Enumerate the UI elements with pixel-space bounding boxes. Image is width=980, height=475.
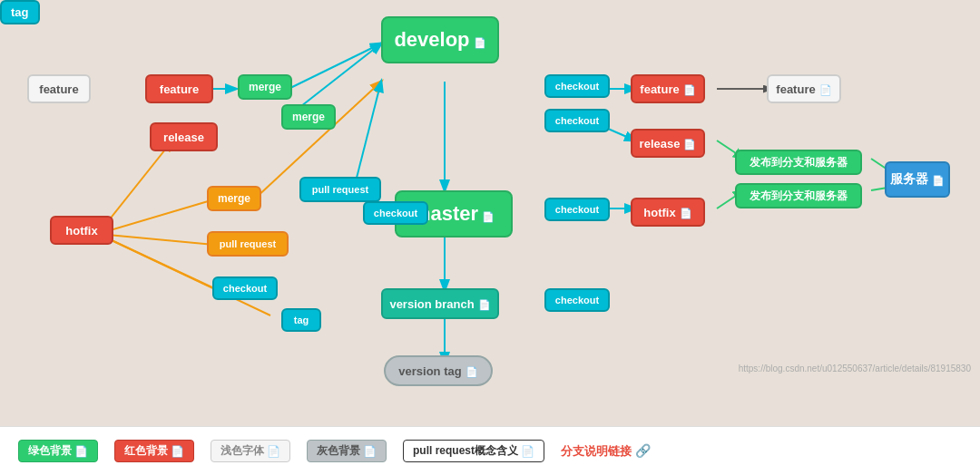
legend-red-label: 红色背景 [124, 443, 168, 459]
legend-link[interactable]: 分支说明链接 🔗 [561, 443, 651, 460]
merge2-label: merge [292, 111, 325, 123]
legend-green: 绿色背景 📄 [18, 440, 98, 462]
legend-gray-box: 灰色背景 📄 [307, 440, 387, 462]
server-doc-icon [928, 172, 945, 187]
feature-right-label: feature [640, 82, 679, 96]
legend-light: 浅色字体 📄 [211, 440, 290, 462]
version-branch-doc-icon [475, 297, 491, 311]
svg-line-2 [98, 234, 214, 245]
master-doc-icon [478, 202, 495, 226]
legend-outline-icon: 📄 [521, 445, 534, 458]
version-tag-label: version tag [398, 364, 461, 378]
legend-gray-label: 灰色背景 [317, 443, 360, 459]
merge2-node: merge [281, 104, 336, 130]
svg-line-1 [98, 199, 214, 234]
publish2-label: 发布到分支和服务器 [750, 189, 848, 204]
legend-light-label: 浅色字体 [220, 443, 264, 459]
pull-request2-node: pull request [207, 231, 289, 257]
merge3-label: merge [218, 192, 250, 205]
legend-red-box: 红色背景 📄 [114, 440, 194, 462]
develop-node: develop [381, 16, 499, 63]
tag2-node: tag [0, 0, 40, 24]
hotfix-right-node: hotfix [631, 198, 705, 227]
release-left-label: release [163, 131, 204, 144]
checkout-center-label: checkout [374, 208, 417, 218]
legend-green-icon: 📄 [74, 445, 88, 458]
checkout2-node: checkout [212, 276, 278, 300]
hotfix-right-doc-icon [676, 206, 692, 219]
diagram: develop master feature feature release h… [0, 0, 980, 426]
checkout2-label: checkout [223, 283, 267, 294]
pull-request1-label: pull request [312, 184, 368, 195]
server-node: 服务器 [885, 161, 950, 198]
server-label: 服务器 [890, 171, 928, 188]
merge1-label: merge [249, 81, 281, 93]
release-right-doc-icon [680, 137, 696, 150]
feature-right-doc-icon [680, 82, 696, 96]
version-tag-doc-icon [462, 364, 478, 378]
legend-outline-label: pull request概念含义 [413, 443, 518, 459]
develop-label: develop [394, 28, 469, 52]
version-branch-label: version branch [389, 297, 474, 311]
release-right-label: release [640, 137, 681, 150]
checkout8-label: checkout [555, 295, 599, 305]
legend-red-icon: 📄 [171, 445, 184, 458]
checkout7-node: checkout [544, 198, 610, 221]
merge3-node: merge [207, 186, 261, 211]
feature-ghost-doc-icon [816, 82, 832, 96]
checkout-center-node: checkout [363, 201, 428, 225]
feature-right-ghost-label: feature [776, 82, 815, 96]
publish1-node: 发布到分支和服务器 [735, 150, 862, 175]
svg-line-6 [289, 44, 381, 89]
branch-link[interactable]: 分支说明链接 🔗 [561, 443, 651, 460]
svg-line-9 [354, 82, 381, 189]
checkout5-label: checkout [555, 81, 599, 92]
publish1-label: 发布到分支和服务器 [750, 155, 848, 170]
merge1-node: merge [238, 74, 292, 100]
release-left-node: release [150, 122, 218, 151]
checkout5-node: checkout [544, 74, 610, 98]
checkout8-node: checkout [544, 288, 610, 312]
checkout6-node: checkout [544, 109, 610, 132]
legend-green-box: 绿色背景 📄 [18, 440, 98, 462]
legend-light-box: 浅色字体 📄 [211, 440, 290, 462]
legend-green-label: 绿色背景 [28, 443, 72, 459]
tag1-node: tag [281, 308, 321, 332]
publish2-node: 发布到分支和服务器 [735, 183, 862, 208]
hotfix-left-label: hotfix [65, 224, 97, 238]
feature-left-ghost-node: feature [27, 74, 91, 103]
tag2-label: tag [11, 5, 29, 19]
pull-request2-label: pull request [220, 238, 276, 249]
branch-link-label: 分支说明链接 [561, 444, 632, 458]
feature-right-ghost-node: feature [767, 74, 841, 103]
legend-gray: 灰色背景 📄 [307, 440, 387, 462]
hotfix-right-label: hotfix [643, 206, 675, 219]
legend-light-icon: 📄 [267, 445, 280, 458]
feature-left-node: feature [145, 74, 213, 103]
feature-left-label: feature [160, 82, 199, 96]
develop-doc-icon [470, 28, 486, 52]
legend-gray-icon: 📄 [363, 445, 377, 458]
legend-red: 红色背景 📄 [114, 440, 194, 462]
checkout6-label: checkout [555, 115, 599, 126]
tag1-label: tag [294, 315, 309, 325]
version-branch-node: version branch [381, 288, 499, 319]
feature-right-node: feature [631, 74, 705, 103]
link-icon: 🔗 [635, 443, 651, 458]
legend-outline: pull request概念含义 📄 [403, 440, 544, 462]
legend-bar: 绿色背景 📄 红色背景 📄 浅色字体 📄 灰色背景 📄 pull request… [0, 426, 980, 475]
svg-line-3 [98, 234, 214, 288]
legend-outline-box: pull request概念含义 📄 [403, 440, 544, 462]
checkout7-label: checkout [555, 204, 599, 215]
hotfix-left-node: hotfix [50, 216, 113, 245]
feature-left-ghost-label: feature [39, 82, 78, 96]
release-right-node: release [631, 129, 705, 158]
pull-request1-node: pull request [299, 177, 381, 202]
watermark: https://blog.csdn.net/u012550637/article… [739, 364, 971, 373]
version-tag-node: version tag [384, 355, 493, 386]
